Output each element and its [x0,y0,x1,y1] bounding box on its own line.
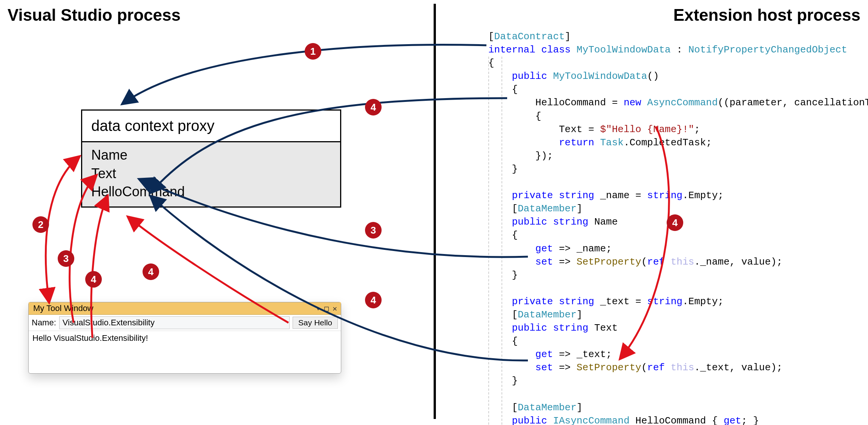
badge-3-left: 3 [58,250,74,267]
svg-text:3: 3 [371,225,376,236]
svg-text:4: 4 [91,274,97,285]
maximize-icon[interactable]: □ [324,304,329,313]
header-left: Visual Studio process [8,6,181,25]
svg-point-10 [365,99,382,115]
proxy-title: data context proxy [82,111,340,142]
badge-4-left-b: 4 [143,263,159,280]
proxy-field-hellocommand: HelloCommand [91,183,331,201]
data-context-proxy-box: data context proxy Name Text HelloComman… [81,109,341,208]
name-label: Name: [32,318,56,328]
badge-2-left: 2 [32,216,49,233]
svg-point-8 [143,263,159,280]
svg-point-4 [58,250,74,267]
svg-point-0 [305,43,321,60]
svg-point-14 [365,292,382,308]
svg-text:1: 1 [310,46,316,57]
badge-1: 1 [305,43,321,60]
proxy-field-name: Name [91,146,331,165]
badge-4-bottom-navy: 4 [365,292,382,308]
proxy-field-text: Text [91,165,331,183]
svg-point-12 [365,222,382,239]
proxy-fields: Name Text HelloCommand [82,142,340,206]
arrow-1 [123,45,486,104]
tool-window-output: Hello VisualStudio.Extensibility! [29,331,341,373]
tool-window: My Tool Window ▾ □ ✕ Name: Say Hello Hel… [28,302,341,374]
badge-3-navy: 3 [365,222,382,239]
svg-point-2 [32,216,49,233]
badge-4-left-a: 4 [85,271,102,288]
code-panel: [DataContract] internal class MyToolWind… [488,30,858,425]
arrow-2-red [46,157,79,302]
header-right: Extension host process [673,6,860,25]
process-divider [434,4,436,419]
tool-window-titlebar[interactable]: My Tool Window ▾ □ ✕ [29,302,341,315]
svg-text:2: 2 [38,219,43,230]
tool-window-title: My Tool Window [33,303,94,313]
svg-text:4: 4 [371,294,376,306]
svg-text:4: 4 [371,102,376,113]
say-hello-button[interactable]: Say Hello [293,317,338,329]
name-field[interactable] [59,316,290,329]
svg-text:4: 4 [148,266,154,277]
badge-4-top-navy: 4 [365,99,382,115]
svg-point-6 [85,271,102,288]
dropdown-icon[interactable]: ▾ [316,304,321,313]
svg-text:3: 3 [63,253,69,264]
close-icon[interactable]: ✕ [333,304,337,313]
